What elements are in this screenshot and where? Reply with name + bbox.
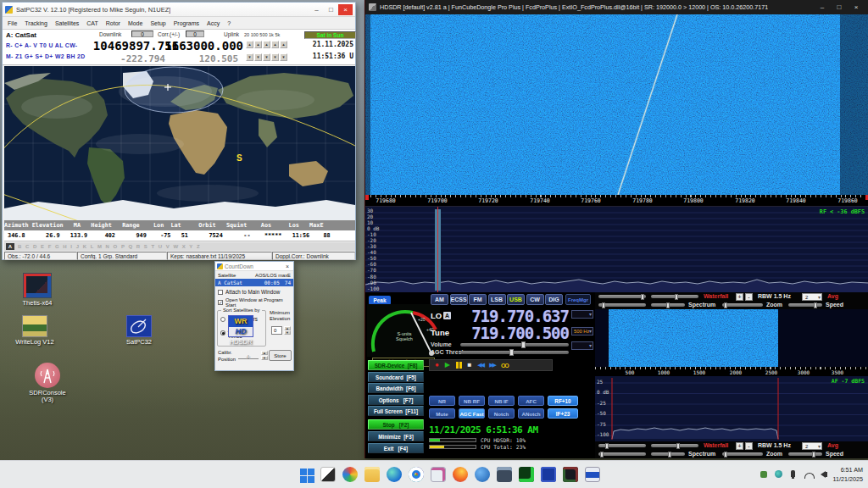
taskbar-clock[interactable]: 6:51 AM 11/21/2025 (833, 465, 863, 484)
mode-fm[interactable]: FM (469, 294, 487, 305)
waterfall-lower-slider[interactable] (651, 295, 698, 298)
calibr-up[interactable]: ▴ (261, 351, 268, 355)
step-up-button[interactable]: ▴ (246, 41, 253, 48)
pause-icon[interactable] (456, 362, 462, 369)
nb-rf-button[interactable]: NB RF (459, 396, 485, 406)
menu-accy[interactable]: Accy (207, 20, 220, 26)
min-elevation-input[interactable]: 0 (271, 326, 282, 335)
mute-button[interactable]: Mute (429, 408, 455, 419)
rf-frequency-scale[interactable]: 719680 719700 719720 719740 719760 71978… (365, 195, 868, 206)
satellite-map[interactable]: S (4, 66, 355, 220)
agc-threshold-slider[interactable] (460, 351, 569, 354)
play-icon[interactable]: ▶ (445, 362, 450, 369)
waterfall-upper-slider[interactable] (598, 444, 646, 447)
soundcard-button[interactable]: Soundcard [F5] (368, 372, 424, 382)
countdown-satellite-row[interactable]: A CatSat 00:05 74 (215, 279, 293, 286)
taskbar-icon-thetis[interactable] (563, 467, 578, 482)
active-letter[interactable]: A (6, 243, 14, 250)
taskbar-icon-app-blue[interactable] (475, 467, 490, 482)
corr-value-box[interactable]: 0 (186, 30, 204, 37)
tune-step-dropdown[interactable]: 500 Hz▾ (571, 327, 593, 336)
notch-button[interactable]: Notch (488, 408, 515, 419)
stop-button[interactable]: Stop [F2] (368, 419, 424, 430)
loop-icon[interactable]: OO (501, 363, 509, 369)
avg-dropdown[interactable]: 2▾ (802, 293, 822, 301)
mode-am[interactable]: AM (431, 294, 448, 305)
close-icon[interactable]: × (283, 263, 292, 269)
spectrum-lower-slider[interactable] (651, 452, 685, 456)
taskbar-icon-taskview[interactable] (320, 467, 336, 482)
uplink-frequency[interactable]: 5663000.000 (159, 39, 243, 53)
menu-setup[interactable]: Setup (150, 20, 165, 26)
minimize-button[interactable]: – (814, 2, 831, 13)
exit-button[interactable]: Exit [F4] (368, 443, 424, 453)
menu-rotor[interactable]: Rotor (106, 20, 120, 26)
step-up-button[interactable]: ▴ (280, 41, 287, 48)
tray-icon-app2[interactable] (775, 470, 782, 478)
open-at-start-checkbox[interactable]: ✓ (218, 300, 223, 305)
volume-slider[interactable] (460, 343, 569, 347)
wifi-icon[interactable] (804, 473, 815, 479)
snipping-tool-icon[interactable] (431, 467, 446, 482)
freqmgr-button[interactable]: FreqMgr (565, 294, 591, 305)
microphone-icon[interactable] (791, 470, 795, 477)
waterfall-lower-slider[interactable] (651, 444, 698, 447)
mode-cw[interactable]: CW (526, 294, 544, 305)
agc-dropdown[interactable]: ▾ (571, 341, 593, 350)
step-down-button[interactable]: ▾ (271, 53, 279, 61)
mode-lsb[interactable]: LSB (488, 294, 506, 305)
tray-icon-app1[interactable] (760, 471, 767, 478)
maximize-button[interactable]: □ (324, 4, 338, 15)
spectrum-lower-slider[interactable] (651, 303, 685, 307)
nr-button[interactable]: NR (429, 396, 455, 406)
countdown-titlebar[interactable]: CountDown × (215, 262, 293, 271)
attach-checkbox-row[interactable]: Attach to Main Window (218, 289, 293, 295)
close-button[interactable]: × (848, 2, 865, 13)
file-explorer-icon[interactable] (364, 467, 380, 482)
firefox-icon[interactable] (453, 467, 468, 482)
af-spectrum[interactable]: 25 0 dB -25 -50 -75 -100 AF -7 dBFS (595, 376, 868, 441)
mode-ecss[interactable]: ECSS (450, 294, 468, 305)
start-button[interactable] (298, 467, 314, 482)
rbw-plus-button[interactable]: + (736, 293, 743, 301)
taskbar-icon-app-green[interactable] (519, 467, 534, 482)
bandwidth-button[interactable]: Bandwidth [F6] (368, 383, 424, 393)
lo-frequency[interactable]: 719.770.637 (453, 307, 569, 325)
edge-icon[interactable] (387, 467, 402, 482)
if-plus23-button[interactable]: IF+23 (548, 408, 578, 419)
open-at-start-checkbox-row[interactable]: ✓ Open Window at Program Start (218, 297, 293, 308)
minimize-app-button[interactable]: Minimize [F3] (368, 431, 424, 441)
menu-programs[interactable]: Programs (174, 20, 199, 26)
mode-usb[interactable]: USB (507, 294, 525, 305)
satpc32-titlebar[interactable]: SatPC32 V. 12.10 [Registered to Mike Seg… (3, 3, 355, 17)
attach-checkbox[interactable] (218, 290, 223, 295)
speaker-icon[interactable] (821, 471, 826, 478)
rf-spectrum[interactable]: 30 20 10 0 dB -10 -20 -30 -40 -50 -60 -7… (365, 206, 868, 292)
desktop-icon-writelog[interactable]: WriteLog V12 (2, 315, 68, 346)
inactive-letters[interactable]: B C D E F G H I J K L M N O P Q R S T U … (18, 244, 201, 249)
rbw-minus-button[interactable]: - (745, 293, 753, 301)
desktop-icon-satpc32[interactable]: SatPC32 (112, 315, 166, 346)
speed-slider[interactable] (788, 452, 822, 456)
agc-fast-button[interactable]: AGC Fast (459, 408, 485, 419)
rf-waterfall[interactable] (365, 14, 868, 195)
step-up-button[interactable]: ▴ (271, 41, 279, 48)
close-button[interactable]: × (338, 4, 353, 15)
desktop-icon-hdsdr[interactable]: WR HD HDSDR (214, 315, 268, 346)
lo-a-badge[interactable]: A (443, 312, 451, 319)
fullscreen-button[interactable]: Full Screen [F11] (368, 406, 424, 416)
hdsdr-titlebar[interactable]: HDSDR [default] v2.81 a | FunCubeDongle … (365, 0, 868, 14)
menu-tracking[interactable]: Tracking (25, 20, 47, 26)
afc-button[interactable]: AFC (518, 396, 544, 406)
step-up-button[interactable]: ▴ (263, 41, 270, 48)
step-down-button[interactable]: ▾ (254, 53, 262, 61)
speed-slider[interactable] (788, 303, 822, 307)
menu-cat[interactable]: CAT (86, 20, 97, 26)
mode-dig[interactable]: DIG (545, 294, 563, 305)
step-down-button[interactable]: ▾ (246, 53, 253, 61)
tune-frequency[interactable]: 719.700.500 (453, 324, 569, 342)
desktop-icon-sdrconsole[interactable]: SDRConsole (V3) (17, 363, 78, 403)
step-down-button[interactable]: ▾ (263, 53, 270, 61)
menu-help[interactable]: ? (227, 20, 231, 26)
taskbar-icon-copilot[interactable] (342, 467, 358, 482)
